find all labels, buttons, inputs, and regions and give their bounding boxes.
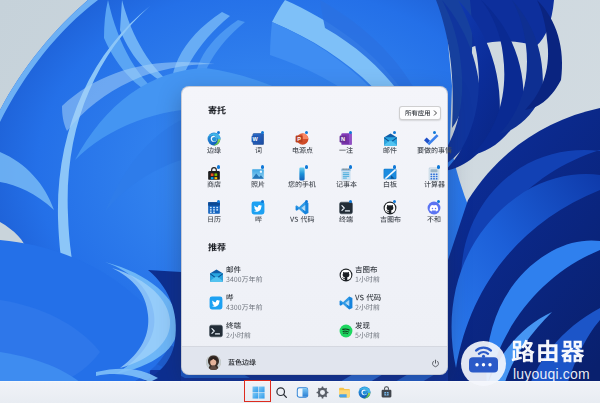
svg-text:N: N (341, 136, 345, 142)
svg-text:P: P (297, 136, 301, 142)
svg-text:W: W (252, 136, 258, 142)
